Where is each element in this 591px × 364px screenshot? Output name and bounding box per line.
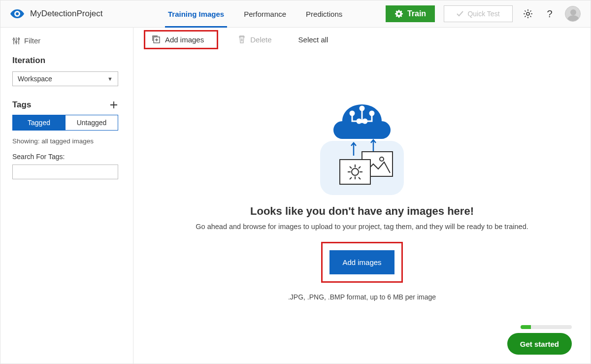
svg-point-10	[357, 119, 361, 123]
svg-point-4	[18, 38, 19, 39]
select-all-label: Select all	[298, 35, 328, 44]
svg-rect-14	[340, 160, 370, 184]
help-icon: ?	[547, 8, 552, 20]
train-button-label: Train	[407, 9, 426, 18]
tag-filter-toggle: Tagged Untagged	[12, 115, 118, 131]
add-images-toolbar-button[interactable]: Add images	[145, 32, 217, 48]
add-images-main-button[interactable]: Add images	[329, 250, 394, 274]
get-started-button[interactable]: Get started	[507, 333, 572, 355]
delete-toolbar-button: Delete	[233, 33, 276, 47]
select-all-toolbar-button[interactable]: Select all	[294, 33, 333, 47]
tagged-toggle[interactable]: Tagged	[13, 115, 65, 130]
project-title: MyDetectionProject	[30, 9, 102, 19]
svg-point-11	[363, 119, 367, 123]
onboarding-progress-fill	[521, 325, 531, 329]
tab-training-images[interactable]: Training Images	[168, 0, 224, 27]
svg-point-2	[13, 38, 14, 40]
svg-point-1	[526, 12, 529, 15]
tab-predictions[interactable]: Predictions	[306, 0, 342, 27]
user-avatar[interactable]	[565, 6, 581, 22]
iteration-heading: Iteration	[12, 56, 121, 66]
tab-performance[interactable]: Performance	[244, 0, 286, 27]
trash-icon	[238, 35, 245, 43]
quick-test-label: Quick Test	[467, 10, 499, 18]
add-images-highlight: Add images	[323, 243, 401, 281]
settings-button[interactable]	[522, 7, 534, 20]
gears-icon	[394, 9, 403, 18]
empty-subtext: Go ahead and browse for images to upload…	[133, 223, 591, 231]
add-square-icon	[152, 35, 160, 43]
add-images-toolbar-label: Add images	[165, 35, 204, 44]
iteration-select[interactable]: Workspace ▼	[12, 71, 118, 86]
svg-point-3	[15, 41, 17, 42]
gear-icon	[523, 9, 533, 19]
eye-logo-icon	[10, 9, 24, 18]
main-content: Add images Delete Select all	[133, 28, 591, 364]
sidebar: Filter Iteration Workspace ▼ Tags Tagged…	[0, 28, 133, 364]
search-tags-label: Search For Tags:	[12, 153, 121, 161]
filter-toggle[interactable]: Filter	[12, 36, 121, 45]
svg-point-7	[350, 111, 354, 115]
filter-label: Filter	[24, 36, 40, 45]
svg-point-0	[16, 12, 19, 15]
train-button[interactable]: Train	[386, 5, 435, 22]
check-icon	[457, 11, 463, 17]
add-tag-button[interactable]	[109, 100, 118, 109]
svg-point-8	[360, 106, 364, 110]
empty-heading: Looks like you don't have any images her…	[133, 205, 591, 218]
format-note: .JPG, .PNG, .BMP format, up to 6 MB per …	[133, 293, 591, 301]
search-tags-input[interactable]	[12, 165, 118, 179]
app-header: MyDetectionProject Training Images Perfo…	[0, 0, 591, 28]
iteration-value: Workspace	[18, 75, 52, 83]
untagged-toggle[interactable]: Untagged	[65, 115, 118, 130]
plus-icon	[109, 100, 118, 109]
svg-point-9	[370, 111, 374, 115]
nav-tabs: Training Images Performance Predictions	[168, 0, 342, 27]
image-toolbar: Add images Delete Select all	[133, 28, 591, 51]
showing-text: Showing: all tagged images	[12, 137, 121, 145]
help-button[interactable]: ?	[543, 7, 556, 20]
quick-test-button: Quick Test	[444, 5, 513, 22]
tags-heading: Tags	[12, 100, 31, 110]
delete-toolbar-label: Delete	[250, 35, 271, 44]
caret-down-icon: ▼	[107, 76, 113, 82]
empty-illustration-icon	[133, 97, 591, 195]
onboarding-progress	[521, 325, 572, 329]
empty-state: Looks like you don't have any images her…	[133, 97, 591, 301]
sliders-icon	[12, 37, 20, 45]
